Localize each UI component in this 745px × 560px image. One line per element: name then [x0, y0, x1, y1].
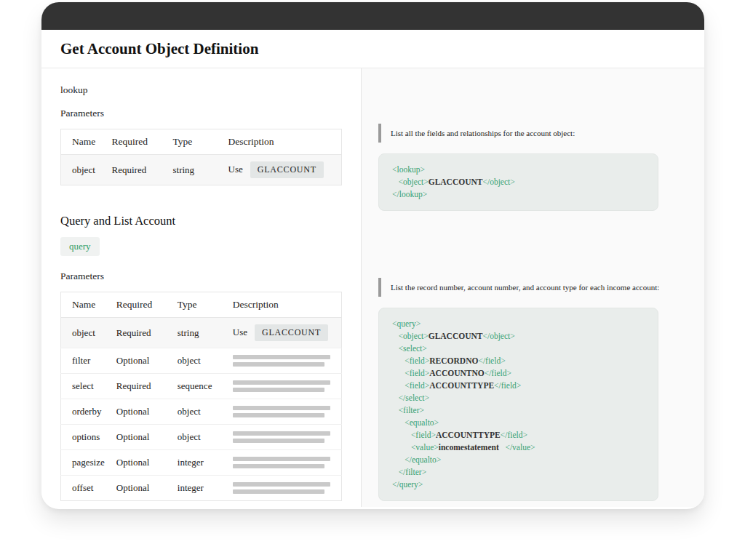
cell-required: Optional: [111, 399, 172, 425]
parameters-table-lookup: NameRequiredTypeDescription objectRequir…: [60, 129, 342, 185]
cell-name: object: [61, 318, 111, 348]
cell-name: orderby: [61, 399, 111, 425]
cell-name: object: [61, 155, 106, 185]
cell-description: [227, 374, 342, 399]
cell-name: select: [61, 374, 111, 399]
code-line: <value>incomestatement </value>: [392, 441, 645, 454]
table-header-row: NameRequiredTypeDescription: [61, 129, 342, 155]
description-placeholder-bar: [233, 482, 330, 487]
cell-name: pagesize: [61, 450, 111, 476]
description-text: Use: [233, 327, 247, 337]
glaccount-badge: GLACCOUNT: [255, 324, 328, 341]
code-line: <lookup>: [392, 164, 645, 176]
content-area: lookup Parameters NameRequiredTypeDescri…: [41, 68, 704, 507]
cell-type: string: [167, 155, 223, 185]
code-block-lookup: <lookup> <object>GLACCOUNT</object></loo…: [378, 153, 658, 211]
description-placeholder-bar: [233, 380, 330, 385]
window-titlebar: [41, 2, 704, 30]
cell-type: object: [172, 425, 227, 450]
cell-required: Optional: [111, 450, 172, 476]
cell-type: sequence: [172, 374, 227, 399]
description-placeholder-bar: [233, 489, 324, 494]
code-line: </filter>: [392, 466, 645, 479]
cell-description: [227, 450, 342, 476]
cell-description: [227, 425, 342, 450]
description-placeholder-bar: [233, 431, 330, 436]
quote-text: List the record number, account number, …: [391, 283, 659, 292]
parameters-table-query: NameRequiredTypeDescription objectRequir…: [60, 292, 342, 501]
method-label-lookup: lookup: [60, 84, 342, 96]
parameters-label-1: Parameters: [60, 108, 342, 119]
cell-description: [227, 476, 342, 501]
column-header: Type: [172, 292, 227, 318]
description-placeholder-bar: [233, 413, 324, 417]
code-line: <object>GLACCOUNT</object>: [392, 176, 645, 188]
code-line: <field>ACCOUNTTYPE</field>: [392, 429, 645, 441]
cell-description: UseGLACCOUNT: [227, 318, 342, 348]
app-window: Get Account Object Definition lookup Par…: [41, 2, 704, 509]
page-title: Get Account Object Definition: [60, 40, 704, 58]
code-line: </lookup>: [392, 188, 645, 201]
parameter-row: pagesizeOptionalinteger: [61, 450, 342, 476]
code-line: <equalto>: [392, 417, 645, 429]
cell-required: Required: [111, 318, 172, 348]
glaccount-badge: GLACCOUNT: [250, 161, 324, 178]
parameter-row: offsetOptionalinteger: [61, 476, 342, 501]
cell-type: integer: [172, 450, 227, 476]
description-placeholder-bar: [233, 388, 324, 392]
parameter-row: selectRequiredsequence: [61, 374, 342, 399]
code-line: <field>ACCOUNTNO</field>: [392, 367, 645, 380]
example-lookup: List all the fields and relationships fo…: [378, 124, 658, 211]
cell-description: [227, 399, 342, 425]
right-pane: List all the fields and relationships fo…: [362, 68, 704, 507]
cell-description: UseGLACCOUNT: [223, 155, 342, 185]
section-heading-query: Query and List Account: [60, 214, 342, 228]
column-header: Name: [61, 129, 106, 155]
code-line: </select>: [392, 392, 645, 404]
cell-required: Optional: [111, 348, 172, 374]
table-header-row: NameRequiredTypeDescription: [61, 292, 342, 318]
description-placeholder-bar: [233, 457, 330, 461]
parameter-row: optionsOptionalobject: [61, 425, 342, 450]
column-header: Required: [106, 129, 167, 155]
page-header: Get Account Object Definition: [41, 30, 704, 68]
parameters-label-2: Parameters: [60, 271, 342, 282]
code-line: </query>: [392, 479, 645, 491]
code-line: <field>RECORDNO</field>: [392, 355, 645, 367]
cell-type: string: [172, 318, 227, 348]
code-line: </equalto>: [392, 454, 645, 466]
column-header: Description: [223, 129, 342, 155]
cell-name: filter: [61, 348, 111, 374]
left-pane: lookup Parameters NameRequiredTypeDescri…: [41, 68, 362, 507]
cell-name: options: [61, 425, 111, 450]
description-text: Use: [228, 164, 243, 175]
parameter-row: objectRequiredstringUseGLACCOUNT: [61, 155, 342, 185]
cell-required: Required: [106, 155, 167, 185]
column-header: Description: [227, 292, 342, 318]
example-query-quote: List the record number, account number, …: [378, 278, 658, 297]
cell-description: [227, 348, 342, 374]
code-line: <filter>: [392, 404, 645, 417]
parameter-row: objectRequiredstringUseGLACCOUNT: [61, 318, 342, 348]
cell-type: integer: [172, 476, 227, 501]
description-placeholder-bar: [233, 406, 330, 410]
parameter-row: orderbyOptionalobject: [61, 399, 342, 425]
code-line: <field>ACCOUNTTYPE</field>: [392, 380, 645, 392]
cell-required: Required: [111, 374, 172, 399]
description-placeholder-bar: [233, 355, 330, 359]
cell-required: Optional: [111, 476, 172, 501]
query-method-badge: query: [60, 237, 100, 256]
parameter-row: filterOptionalobject: [61, 348, 342, 374]
quote-text: List all the fields and relationships fo…: [391, 129, 575, 137]
code-line: <select>: [392, 343, 645, 355]
example-lookup-quote: List all the fields and relationships fo…: [378, 124, 658, 143]
cell-required: Optional: [111, 425, 172, 450]
description-placeholder-bar: [233, 362, 324, 367]
code-line: <object>GLACCOUNT</object>: [392, 330, 645, 343]
column-header: Required: [111, 292, 172, 318]
example-query: List the record number, account number, …: [378, 278, 658, 501]
code-block-query: <query> <object>GLACCOUNT</object> <sele…: [378, 308, 658, 501]
column-header: Name: [61, 292, 111, 318]
description-placeholder-bar: [233, 439, 324, 443]
column-header: Type: [167, 129, 223, 155]
